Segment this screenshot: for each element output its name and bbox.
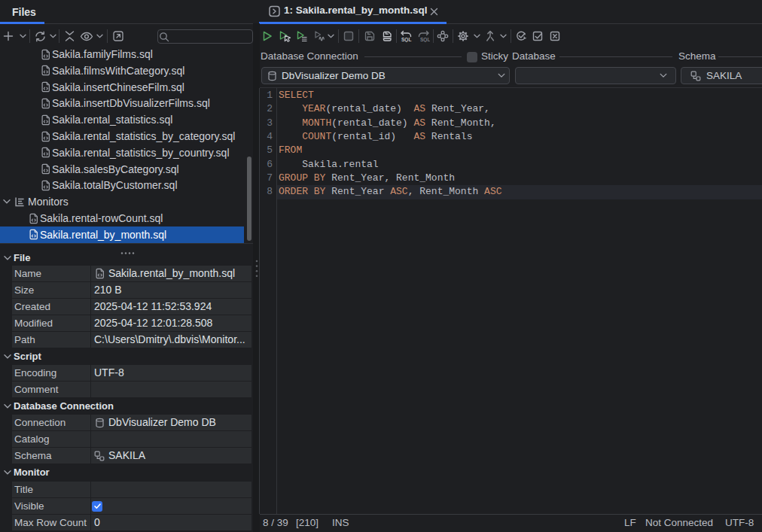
svg-text:SQL: SQL <box>401 37 411 42</box>
svg-text:SQL: SQL <box>420 37 430 42</box>
